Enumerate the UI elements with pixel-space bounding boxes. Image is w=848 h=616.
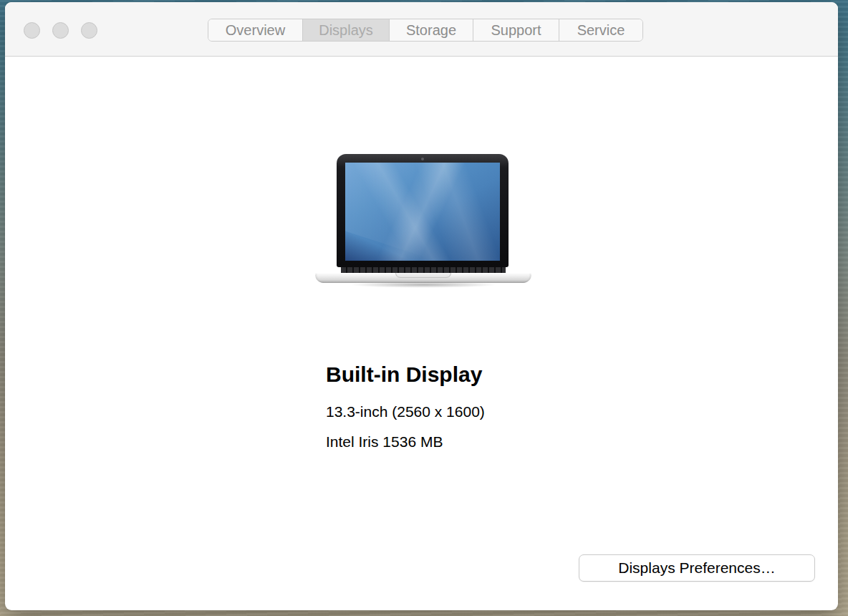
- tab-service[interactable]: Service: [559, 19, 642, 41]
- displays-preferences-button[interactable]: Displays Preferences…: [579, 554, 815, 582]
- macbook-screen-bezel: [337, 154, 509, 267]
- tab-support[interactable]: Support: [473, 19, 559, 41]
- minimize-button[interactable]: [52, 22, 69, 39]
- macbook-display-wallpaper: [345, 163, 500, 261]
- desktop-background: Overview Displays Storage Support Servic…: [0, 0, 848, 616]
- display-graphics: Intel Iris 1536 MB: [326, 433, 443, 451]
- macbook-trackpad-notch: [395, 273, 451, 278]
- traffic-lights: [24, 22, 97, 39]
- display-size-resolution: 13.3-inch (2560 x 1600): [326, 403, 485, 420]
- macbook-shadow: [319, 282, 528, 291]
- macbook-illustration: [315, 154, 531, 297]
- display-title: Built-in Display: [326, 362, 482, 387]
- macbook-keyboard: [341, 267, 506, 273]
- tab-displays[interactable]: Displays: [303, 19, 390, 41]
- macbook-camera-dot: [421, 158, 424, 160]
- macbook-base: [315, 273, 531, 283]
- close-button[interactable]: [24, 22, 40, 39]
- titlebar[interactable]: Overview Displays Storage Support Servic…: [5, 2, 838, 57]
- zoom-button[interactable]: [81, 22, 97, 39]
- tab-storage[interactable]: Storage: [390, 19, 473, 41]
- tab-bar: Overview Displays Storage Support Servic…: [208, 19, 643, 42]
- about-this-mac-window: Overview Displays Storage Support Servic…: [5, 2, 838, 610]
- tab-overview[interactable]: Overview: [208, 19, 303, 41]
